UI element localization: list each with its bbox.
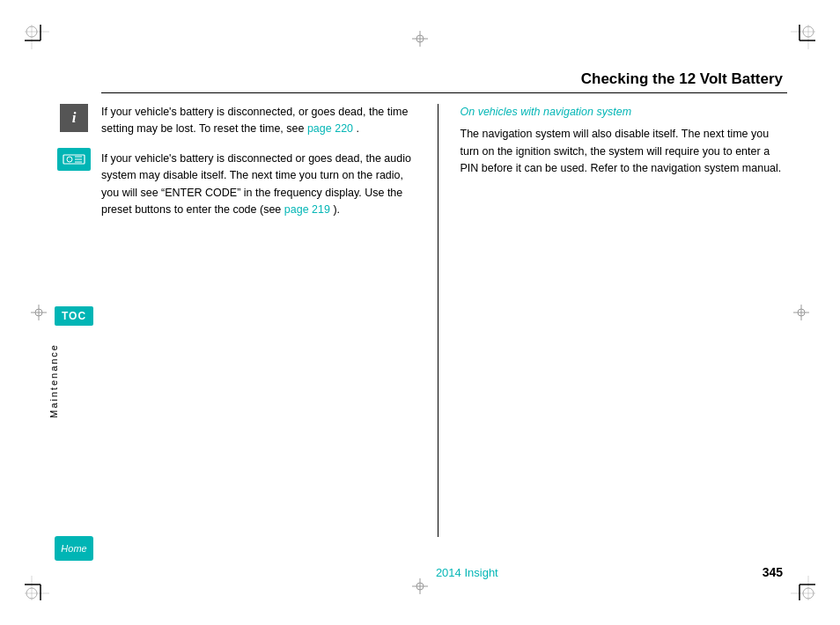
corner-mark-tr <box>791 25 815 49</box>
header-line <box>101 92 787 93</box>
footer: 2014 Insight 345 <box>101 565 783 579</box>
crosshair-bottom <box>412 578 428 594</box>
paragraph-2: If your vehicle's battery is disconnecte… <box>101 151 416 219</box>
right-col-body: The navigation system will also disable … <box>461 126 783 177</box>
corner-mark-br <box>791 576 815 600</box>
left-column: If your vehicle's battery is disconnecte… <box>101 104 429 537</box>
audio-icon <box>57 148 91 171</box>
footer-center-text: 2014 Insight <box>172 566 763 579</box>
content-area: If your vehicle's battery is disconnecte… <box>101 95 783 563</box>
crosshair-top <box>412 31 428 47</box>
right-col-heading: On vehicles with navigation system <box>461 104 783 121</box>
home-button[interactable]: Home <box>55 536 93 561</box>
column-divider <box>438 104 438 537</box>
crosshair-left <box>31 305 47 320</box>
page: Checking the 12 Volt Battery i TOC Maint… <box>0 0 840 625</box>
maintenance-label: Maintenance <box>48 343 59 418</box>
page-title: Checking the 12 Volt Battery <box>581 70 783 88</box>
link-page-220[interactable]: page 220 <box>307 122 353 135</box>
corner-mark-tl <box>25 25 49 49</box>
footer-page-number: 345 <box>763 565 783 579</box>
info-icon: i <box>60 104 88 132</box>
right-column: On vehicles with navigation system The n… <box>447 104 783 537</box>
toc-button[interactable]: TOC <box>55 306 93 326</box>
link-page-219[interactable]: page 219 <box>284 203 330 216</box>
crosshair-right <box>793 305 809 320</box>
svg-point-33 <box>67 157 72 162</box>
corner-mark-bl <box>25 576 49 600</box>
paragraph-1: If your vehicle's battery is disconnecte… <box>101 104 416 138</box>
